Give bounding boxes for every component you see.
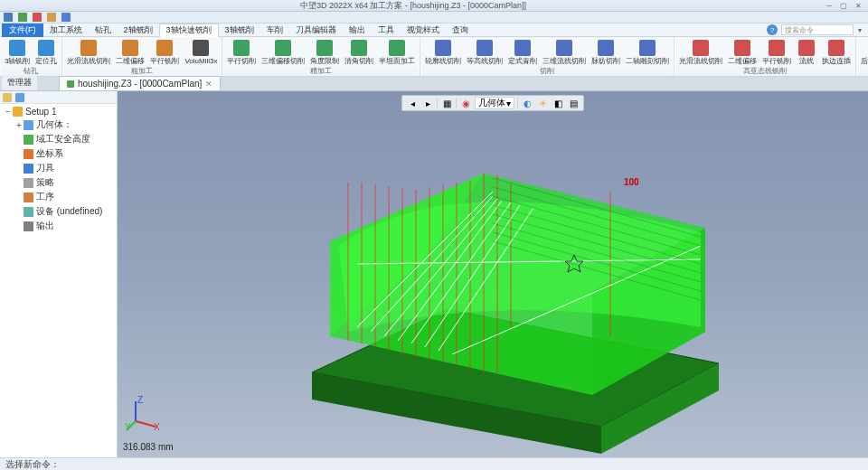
model-render [212, 101, 773, 458]
ribbon-button[interactable]: 3轴铣削 [2, 37, 33, 67]
qat-redo-icon[interactable] [47, 13, 56, 22]
tree-expand-icon[interactable]: − [4, 107, 13, 117]
sidebar-tool-icon[interactable] [3, 93, 12, 102]
document-tab[interactable]: houshijing.Z3 - [0000CamPlan] ✕ [59, 76, 221, 90]
ribbon-button-icon [598, 40, 614, 56]
tree-node-icon [24, 135, 33, 145]
menu-item[interactable]: 视觉样式 [401, 24, 446, 37]
qat-icon[interactable] [61, 13, 71, 22]
ribbon-button[interactable]: 二轴雕刻切削 [623, 37, 672, 67]
ribbon-button[interactable]: 脉纺切削 [589, 37, 623, 67]
ribbon-button-icon [193, 40, 209, 56]
status-bar: 选择新命令： [0, 457, 868, 470]
window-controls: ─ ▢ ✕ [823, 1, 864, 10]
ribbon-button[interactable]: 三维流线切削 [540, 37, 589, 67]
tree-node[interactable]: −Setup 1 [2, 106, 115, 118]
menu-item[interactable]: 3轴铣削 [219, 24, 260, 37]
menu-item[interactable]: 加工系统 [43, 24, 89, 37]
menu-item[interactable]: 钻孔 [89, 24, 118, 37]
ribbon-button[interactable]: 后台计算输入 [858, 37, 868, 67]
tree-node-icon [24, 207, 33, 217]
ribbon-button[interactable]: 清角切削 [342, 37, 376, 67]
ribbon-button-icon [389, 40, 405, 56]
ribbon-button-icon [476, 40, 493, 56]
tree-node[interactable]: 输出 [2, 219, 115, 233]
close-tab-icon[interactable]: ✕ [205, 80, 212, 89]
ribbon-min-icon[interactable]: ▾ [854, 25, 866, 34]
ribbon-button-label: 3轴铣削 [5, 57, 30, 65]
minimize-button[interactable]: ─ [823, 1, 835, 10]
ribbon-button[interactable]: 半坦面加工 [376, 37, 418, 67]
ribbon-button[interactable]: 平行铣削 [760, 37, 794, 67]
ribbon-button[interactable]: 定式青削 [505, 37, 540, 67]
ribbon-button[interactable]: 角度限制 [307, 37, 342, 67]
ribbon-group: 后台计算输入指令 [856, 37, 868, 76]
ribbon-group: 平行切削三维偏移切削角度限制清角切削半坦面加工精加工 [222, 37, 420, 76]
tree-node-label: 几何体： [36, 118, 72, 131]
menu-item[interactable]: 查询 [446, 24, 475, 37]
close-button[interactable]: ✕ [852, 1, 864, 10]
qat-undo-icon[interactable] [33, 13, 42, 22]
tree-node[interactable]: 策略 [2, 175, 115, 190]
tree-node[interactable]: +几何体： [2, 118, 115, 132]
ribbon-button[interactable]: 轮廓线切削 [422, 37, 464, 67]
search-input[interactable]: 搜索命令 [781, 24, 854, 35]
ribbon-group: 3轴铣削定位孔钻孔 [0, 37, 62, 76]
ribbon-button-icon [316, 40, 333, 56]
dimension-annotation: 100 [624, 177, 639, 187]
tree-node[interactable]: 刀具 [2, 161, 115, 175]
sidebar-tool-icon[interactable] [15, 93, 24, 102]
menu-item[interactable]: 车削 [260, 24, 289, 37]
ribbon-button-icon [233, 40, 250, 56]
menu-item[interactable]: 输出 [343, 24, 372, 37]
ribbon-button-label: 定式青削 [508, 57, 537, 65]
tree-expand-icon[interactable]: + [14, 120, 24, 130]
tree-node[interactable]: 设备 (undefined) [2, 204, 115, 219]
viewport[interactable]: ◂ ▸ ▦ ◉ 几何体▾ ◐ ☀ ◧ ▤ [118, 91, 868, 457]
ribbon-button-label: 二维偏移 [116, 57, 145, 65]
ribbon-button[interactable]: 平行切削 [224, 37, 259, 67]
ribbon-button-icon [639, 40, 656, 56]
ribbon-group-label: 高亚态线铣削 [676, 67, 854, 76]
ribbon-button[interactable]: 光滑流线切削 [64, 37, 113, 67]
tree-node-label: Setup 1 [25, 107, 56, 117]
ribbon-button-label: 光滑流线切削 [679, 57, 722, 65]
maximize-button[interactable]: ▢ [837, 1, 850, 10]
file-menu[interactable]: 文件(F) [2, 24, 43, 37]
ribbon-button-label: 二维偏移 [728, 57, 757, 65]
svg-line-30 [136, 421, 156, 427]
ribbon-button[interactable]: 平行铣削 [147, 37, 182, 67]
ribbon-button[interactable]: 二维偏移 [725, 37, 760, 67]
menu-item[interactable]: 刀具编辑器 [289, 24, 343, 37]
ribbon-button-label: 定位孔 [35, 57, 57, 65]
ribbon-button-icon [798, 40, 815, 56]
window-title: 中望3D 2022X x64 加工方案 - [houshijing.Z3 - [… [4, 0, 823, 12]
ribbon-button-icon [38, 40, 54, 56]
ribbon-button-label: 二轴雕刻切削 [626, 57, 669, 65]
ribbon-button[interactable]: 光滑流线切削 [676, 37, 725, 67]
ribbon-button[interactable]: 执边连插 [819, 37, 854, 67]
tree-node[interactable]: 坐标系 [2, 146, 115, 161]
menu-item[interactable]: 3轴快速铣削 [159, 24, 219, 37]
ribbon-group: 光滑流线切削二维偏移平行铣削流线执边连插高亚态线铣削 [675, 37, 856, 76]
menu-item[interactable]: 工具 [372, 24, 401, 37]
ribbon-button[interactable]: 定位孔 [33, 37, 60, 67]
menu-item[interactable]: 2轴铣削 [118, 24, 159, 37]
qat-save-icon[interactable] [18, 13, 27, 22]
menu-bar: 文件(F) 加工系统钻孔2轴铣削3轴快速铣削3轴铣削车削刀具编辑器输出工具视觉样… [0, 24, 868, 37]
ribbon-button[interactable]: 等高线切削 [464, 37, 505, 67]
ribbon-button-icon [9, 40, 25, 56]
ribbon-button[interactable]: 三维偏移切削 [259, 37, 307, 67]
ribbon-button[interactable]: VoluMill3x [182, 37, 220, 67]
tree-node[interactable]: 工序 [2, 190, 115, 204]
tree-node[interactable]: 域工安全高度 [2, 132, 115, 146]
sidebar: −Setup 1+几何体：域工安全高度坐标系刀具策略工序设备 (undefine… [0, 91, 118, 457]
main-area: −Setup 1+几何体：域工安全高度坐标系刀具策略工序设备 (undefine… [0, 91, 868, 457]
help-icon[interactable]: ? [767, 24, 778, 35]
tree-node-label: 刀具 [36, 162, 54, 174]
ribbon-button-label: 三维流线切削 [542, 57, 586, 65]
ribbon-button[interactable]: 流线 [794, 37, 819, 67]
ribbon-button-icon [769, 40, 785, 56]
ribbon-button-label: 脉纺切削 [591, 57, 620, 65]
ribbon-button[interactable]: 二维偏移 [113, 37, 147, 67]
